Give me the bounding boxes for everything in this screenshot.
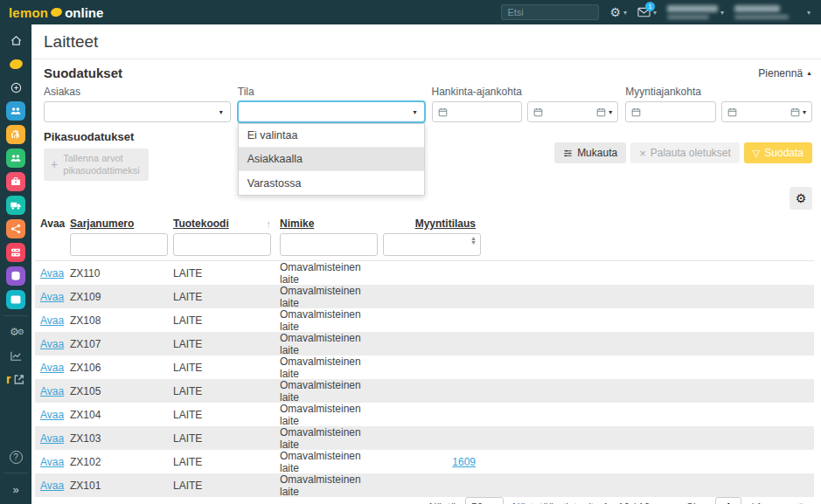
table-row: AvaaZX106LAITEOmavalmisteinen laite [35,356,814,379]
apply-filter-button[interactable]: ▽ Suodata [744,142,812,163]
calendar-preset-button[interactable]: ▾ [790,107,806,117]
serial-cell: ZX101 [70,480,173,492]
open-row-link[interactable]: Avaa [40,314,64,327]
calendar-icon [727,107,737,117]
automation-gears-icon[interactable]: ⚙⚙ [6,322,25,342]
sidebar-expand-icon[interactable]: » [6,480,25,499]
open-row-link[interactable]: Avaa [40,409,64,421]
home-icon[interactable] [6,31,25,50]
r-logo-icon: r [6,373,10,385]
name-filter-input[interactable] [280,233,378,256]
productcode-cell: LAITE [173,291,280,303]
calendar-preset-button[interactable]: ▾ [596,107,612,117]
open-row-link[interactable]: Avaa [40,456,64,468]
sidebar-divider [3,315,28,316]
customize-button[interactable]: Mukauta [554,142,626,163]
reports-chart-icon[interactable] [6,346,25,365]
column-header-nimike[interactable]: Nimike [280,217,383,230]
share-orange-app-icon[interactable] [6,219,25,238]
open-row-link[interactable]: Avaa [40,267,64,280]
external-r-app-icon[interactable]: r [6,369,25,389]
purchase-date-to-input[interactable]: ▾ [527,101,618,122]
open-row-link[interactable]: Avaa [40,480,64,492]
open-row-link[interactable]: Avaa [40,338,64,350]
column-header-tuotekoodi[interactable]: Tuotekoodi [173,217,229,230]
page-size-select[interactable]: 50 ▾ [465,497,504,504]
status-option[interactable]: Varastossa [239,171,424,195]
people-green-app-icon[interactable] [6,148,25,168]
name-cell: Omavalmisteinen laite [280,356,383,380]
sales-date-to-input[interactable]: ▾ [721,101,812,122]
people-blue-app-icon[interactable] [6,101,25,121]
calendar-icon [438,107,448,117]
customer-select[interactable]: ▾ [44,101,231,122]
productcode-filter-input[interactable] [173,233,271,256]
settings-menu[interactable]: ⚙ ▾ [609,6,627,18]
sales-date-filter-label: Myyntiajankohta [625,86,812,98]
refresh-icon[interactable]: ↻ [798,501,809,504]
gear-icon: ⚙ [796,191,807,205]
serial-cell: ZX109 [70,291,173,303]
last-page-icon[interactable]: » [783,501,790,504]
customer-filter-label: Asiakas [44,86,231,98]
status-option[interactable]: Ei valintaa [239,124,424,148]
briefcase-red-app-icon[interactable] [6,172,25,191]
user-menu[interactable]: ▾ [734,5,811,19]
calendar-icon [596,107,606,117]
open-row-link[interactable]: Avaa [40,362,64,374]
coins-purple-app-icon[interactable] [6,266,25,286]
productcode-cell: LAITE [173,314,280,327]
fingerprint-amber-app-icon[interactable] [6,125,25,144]
sales-date-from-input[interactable] [625,101,716,122]
reset-defaults-button[interactable]: × Palauta oletukset [630,142,740,163]
lemon-online-logo: lemon online [9,5,103,20]
status-select[interactable]: ▾ [238,101,425,122]
open-row-link[interactable]: Avaa [40,385,64,397]
column-header-sarjanumero[interactable]: Sarjanumero [70,217,173,230]
close-icon: × [639,147,646,160]
chevron-down-icon: ▾ [807,9,811,17]
next-page-icon[interactable]: › [771,501,775,504]
company-menu[interactable]: ▾ [667,5,724,19]
salesorder-filter-input[interactable] [383,233,481,256]
sliders-icon [563,148,573,158]
column-header-myyntitilaus[interactable]: Myyntitilaus [383,217,481,230]
serial-filter-input[interactable] [70,233,168,256]
table-header-row: Avaa Sarjanumero Tuotekoodi ↑ Nimike Myy… [35,214,814,233]
collapse-filters-link[interactable]: Pienennä ▲ [758,67,812,79]
serial-cell: ZX102 [70,456,173,468]
purchase-date-from-input[interactable] [432,101,523,122]
sort-ascending-icon: ↑ [267,218,272,229]
spinner-down-icon: ▼ [470,240,477,245]
name-cell: Omavalmisteinen laite [280,426,383,451]
logo-text-lemon: lemon [9,5,48,20]
help-icon[interactable]: ? [6,447,25,466]
add-circle-icon[interactable] [6,78,25,97]
table-row: AvaaZX104LAITEOmavalmisteinen laite [35,403,814,426]
total-pages: / 1 [750,501,762,504]
calendar-icon [533,107,543,117]
name-cell: Omavalmisteinen laite [280,473,383,498]
chevron-down-icon: ▾ [609,108,612,116]
global-search-input[interactable] [501,4,599,20]
first-page-icon[interactable]: « [658,501,664,504]
number-spinner[interactable]: ▲ ▼ [470,236,477,245]
topbar: lemon online ⚙ ▾ 1 ▾ [0,0,821,24]
lemon-icon[interactable] [6,54,25,73]
messages-menu[interactable]: 1 ▾ [637,7,657,17]
sales-order-link[interactable]: 1609 [452,456,476,468]
productcode-cell: LAITE [173,432,280,445]
previous-page-icon[interactable]: ‹ [674,501,678,504]
save-quick-filter-button[interactable]: + Tallenna arvot pikasuodattimeksi [44,148,149,181]
logo-text-online: online [65,5,103,20]
list-pink-app-icon[interactable] [6,243,25,262]
open-row-link[interactable]: Avaa [40,291,64,303]
card-cyan-app-icon[interactable] [6,290,25,309]
truck-teal-app-icon[interactable] [6,196,25,215]
purchase-date-filter-label: Hankinta-ajankohta [432,86,619,98]
current-page-input[interactable] [715,497,741,504]
serial-cell: ZX103 [70,432,173,445]
open-row-link[interactable]: Avaa [40,432,64,445]
status-option[interactable]: Asiakkaalla [239,148,424,171]
table-settings-button[interactable]: ⚙ [790,187,812,210]
